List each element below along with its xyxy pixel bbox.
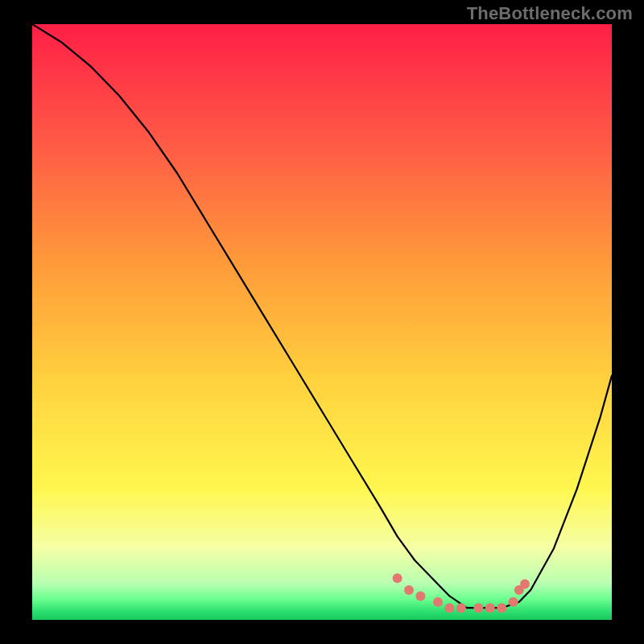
marker-dot <box>456 603 466 613</box>
marker-dot <box>444 603 454 613</box>
marker-dot <box>393 573 402 583</box>
marker-dot <box>485 603 495 613</box>
marker-dot <box>497 603 506 613</box>
marker-dot <box>433 597 443 607</box>
plot-background <box>32 24 612 620</box>
marker-dot <box>520 580 530 589</box>
marker-dot <box>509 597 518 607</box>
bottleneck-plot <box>32 24 612 620</box>
attribution-watermark: TheBottleneck.com <box>467 3 633 24</box>
marker-dot <box>415 591 425 601</box>
marker-dot <box>404 585 414 595</box>
marker-dot <box>473 603 483 613</box>
chart-container: TheBottleneck.com <box>0 0 644 644</box>
